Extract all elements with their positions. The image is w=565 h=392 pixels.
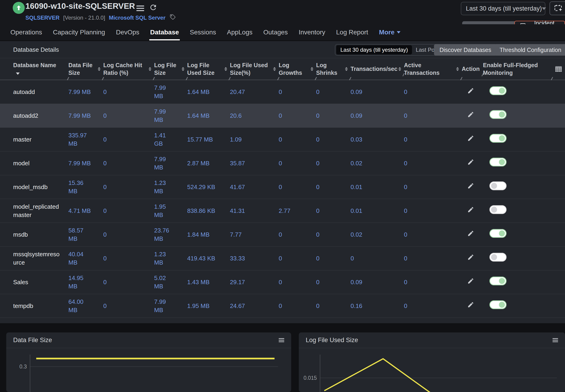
metric-value-log-file-size[interactable]: 23.76 MB [154, 226, 187, 243]
metric-value-log-shrinks[interactable]: 0 [316, 183, 351, 191]
sort-arrows-icon[interactable] [345, 67, 348, 71]
metric-value-log-file-used-size[interactable]: 2.87 MB [187, 159, 230, 167]
metric-value-log-shrinks[interactable]: 0 [316, 230, 351, 239]
metric-value-data-file-size[interactable]: 58.57 MB [68, 226, 103, 243]
metric-value-data-file-size[interactable]: 4.71 MB [68, 207, 103, 215]
metric-value-log-file-size[interactable]: 1.23 MB [154, 250, 187, 267]
column-header-log-file-size[interactable]: Log File Size [154, 61, 187, 77]
column-resize-handle[interactable] [551, 77, 553, 80]
column-header-log-cache-hit-ratio[interactable]: Log Cache Hit Ratio (%) [103, 61, 154, 77]
metric-value-active-transactions[interactable]: 0 [404, 230, 462, 239]
metric-value-transactions-sec[interactable]: 0.16 [351, 302, 404, 310]
edit-pencil-icon[interactable] [467, 112, 474, 119]
sort-arrows-icon[interactable] [182, 67, 184, 71]
metric-value-log-file-size[interactable]: 7.99 MB [154, 298, 187, 314]
metric-value-data-file-size[interactable]: 7.99 MB [68, 159, 103, 167]
metric-value-log-growths[interactable]: 0 [279, 183, 316, 191]
metric-value-log-file-used-size[interactable]: 1.84 MB [187, 230, 230, 239]
full-fledged-monitoring-toggle[interactable] [490, 229, 506, 238]
sort-arrows-icon[interactable] [149, 67, 151, 71]
metric-value-log-shrinks[interactable]: 0 [316, 302, 351, 310]
metric-value-data-file-size[interactable]: 40.04 MB [68, 250, 103, 267]
full-fledged-monitoring-toggle[interactable] [490, 253, 506, 262]
metric-value-log-file-size[interactable]: 5.02 MB [154, 274, 187, 291]
metric-value-transactions-sec[interactable]: 0.03 [351, 135, 404, 144]
sort-arrows-icon[interactable] [98, 67, 101, 71]
sort-arrows-icon[interactable] [398, 67, 401, 71]
full-fledged-monitoring-toggle[interactable] [490, 110, 506, 119]
full-fledged-monitoring-toggle[interactable] [490, 158, 506, 167]
column-resize-handle[interactable] [102, 77, 104, 80]
metric-value-transactions-sec[interactable]: 0.09 [351, 278, 404, 286]
metric-value-data-file-size[interactable]: 7.99 MB [68, 88, 103, 96]
metric-value-log-file-used-size[interactable]: 29.17 [230, 278, 279, 286]
metric-value-log-file-used-size[interactable]: 524.29 KB [187, 183, 230, 191]
metric-value-data-file-size[interactable]: 64.00 MB [68, 298, 103, 314]
metric-value-log-growths[interactable]: 0 [279, 302, 316, 310]
sort-arrows-icon[interactable] [273, 67, 276, 71]
full-fledged-monitoring-toggle[interactable] [490, 277, 506, 285]
product-link[interactable]: Microsoft SQL Server [109, 14, 165, 21]
tab-outages[interactable]: Outages [263, 24, 288, 40]
metric-value-log-file-used-size[interactable]: 24.67 [230, 302, 279, 310]
metric-value-log-file-size[interactable]: 1.23 MB [154, 179, 187, 196]
metric-value-log-shrinks[interactable]: 0 [316, 135, 351, 144]
metric-value-log-file-used-size[interactable]: 20.6 [230, 112, 279, 120]
full-fledged-monitoring-toggle[interactable] [490, 300, 506, 309]
metric-value-log-file-used-size[interactable]: 20.47 [230, 88, 279, 96]
tab-devops[interactable]: DevOps [116, 24, 139, 40]
edit-pencil-icon[interactable] [467, 303, 474, 309]
metric-value-active-transactions[interactable]: 0 [404, 112, 462, 120]
monitor-type-link[interactable]: SQLSERVER [25, 14, 59, 21]
tab-applogs[interactable]: AppLogs [227, 24, 253, 40]
metric-value-active-transactions[interactable]: 0 [404, 207, 462, 215]
metric-value-log-cache-hit-ratio[interactable]: 0 [103, 183, 154, 191]
metric-value-transactions-sec[interactable]: 0.01 [351, 207, 404, 215]
metric-value-log-shrinks[interactable]: 0 [316, 278, 351, 286]
metric-value-log-growths[interactable]: 0 [279, 135, 316, 144]
metric-value-log-file-used-size[interactable]: 15.77 MB [187, 135, 230, 144]
time-mode-selected[interactable]: Last 30 days (till yesterday) [336, 45, 412, 55]
metric-value-log-file-used-size[interactable]: 1.95 MB [187, 302, 230, 310]
sort-arrows-icon[interactable] [311, 67, 313, 71]
metric-value-transactions-sec[interactable]: 0.09 [351, 112, 404, 120]
tab-inventory[interactable]: Inventory [298, 24, 325, 40]
edit-pencil-icon[interactable] [467, 184, 474, 191]
column-header-data-file-size[interactable]: Data File Size [68, 61, 103, 77]
metric-value-transactions-sec[interactable]: 0 [351, 254, 404, 263]
tab-sessions[interactable]: Sessions [190, 24, 216, 40]
metric-value-data-file-size[interactable]: 335.97 MB [68, 131, 103, 148]
metric-value-transactions-sec[interactable]: 0.02 [351, 230, 404, 239]
metric-value-transactions-sec[interactable]: 0.09 [351, 88, 404, 96]
metric-value-log-shrinks[interactable]: 0 [316, 207, 351, 215]
column-resize-handle[interactable] [460, 77, 463, 80]
discover-databases-button[interactable]: Discover Databases [434, 44, 497, 56]
metric-value-log-file-used-size[interactable]: 33.33 [230, 254, 279, 263]
edit-pencil-icon[interactable] [467, 208, 474, 214]
column-resize-handle[interactable] [153, 77, 155, 80]
tab-operations[interactable]: Operations [10, 24, 42, 40]
metric-value-log-file-used-size[interactable]: 1.09 [230, 135, 279, 144]
full-fledged-monitoring-toggle[interactable] [490, 86, 506, 95]
column-resize-handle[interactable] [67, 77, 69, 80]
metric-value-log-cache-hit-ratio[interactable]: 0 [103, 159, 154, 167]
metric-value-log-cache-hit-ratio[interactable]: 0 [103, 278, 154, 286]
column-chooser-icon[interactable] [552, 66, 565, 72]
edit-pencil-icon[interactable] [467, 231, 474, 238]
metric-value-log-file-size[interactable]: 1.41 GB [154, 131, 187, 148]
smart-view-button[interactable] [550, 1, 565, 15]
metric-value-active-transactions[interactable]: 0 [404, 278, 462, 286]
metric-value-log-shrinks[interactable]: 0 [316, 159, 351, 167]
metric-value-log-file-used-size[interactable]: 41.67 [230, 183, 279, 191]
tab-capacity-planning[interactable]: Capacity Planning [53, 24, 105, 40]
column-resize-handle[interactable] [186, 77, 188, 80]
sort-arrows-icon[interactable] [456, 67, 459, 71]
column-header-log-file-used-size[interactable]: Log File Used Size [187, 61, 230, 77]
metric-value-active-transactions[interactable]: 0 [404, 88, 462, 96]
metric-value-log-cache-hit-ratio[interactable]: 0 [103, 230, 154, 239]
tab-database[interactable]: Database [150, 24, 179, 40]
column-header-active-transactions[interactable]: Active Transactions [404, 61, 462, 77]
metric-value-log-shrinks[interactable]: 0 [316, 254, 351, 263]
metric-value-log-file-used-size[interactable]: 1.64 MB [187, 112, 230, 120]
metric-value-transactions-sec[interactable]: 0.01 [351, 183, 404, 191]
